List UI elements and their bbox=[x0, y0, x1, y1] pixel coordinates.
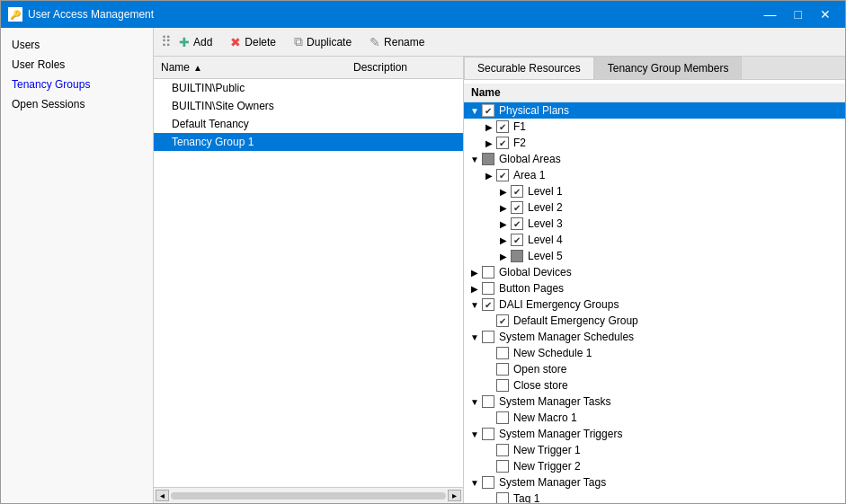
scroll-track[interactable] bbox=[171, 492, 446, 500]
checkbox-f2[interactable]: ✔ bbox=[496, 137, 509, 149]
checkbox-level-2[interactable]: ✔ bbox=[511, 201, 523, 214]
expander-system-manager-schedules[interactable]: ▼ bbox=[468, 330, 482, 344]
name-column-header[interactable]: Name ▲ bbox=[154, 59, 346, 75]
scroll-right-button[interactable]: ▸ bbox=[448, 490, 461, 501]
tree-item-system-manager-triggers[interactable]: ▼ System Manager Triggers bbox=[464, 426, 845, 442]
expander-level-5[interactable]: ▶ bbox=[496, 249, 511, 263]
checkbox-system-manager-tags[interactable] bbox=[482, 476, 494, 489]
checkbox-new-schedule-1[interactable] bbox=[496, 347, 509, 359]
right-panel: Securable Resources Tenancy Group Member… bbox=[464, 57, 845, 503]
delete-button[interactable]: ✖ Delete bbox=[227, 33, 280, 51]
expander-level-2[interactable]: ▶ bbox=[496, 200, 511, 215]
checkbox-level-3[interactable]: ✔ bbox=[511, 217, 523, 230]
expander-system-manager-tasks[interactable]: ▼ bbox=[468, 394, 482, 409]
list-item[interactable]: Default Tenancy bbox=[154, 115, 463, 133]
sort-arrow: ▲ bbox=[193, 63, 202, 73]
expander-system-manager-tags[interactable]: ▼ bbox=[468, 475, 482, 490]
tree-item-level-1[interactable]: ▶ ✔ Level 1 bbox=[464, 183, 845, 199]
tree-item-new-trigger-1[interactable]: New Trigger 1 bbox=[464, 442, 845, 458]
tree-item-level-2[interactable]: ▶ ✔ Level 2 bbox=[464, 199, 845, 216]
checkbox-new-trigger-2[interactable] bbox=[496, 460, 509, 473]
tree-item-global-areas[interactable]: ▼ Global Areas bbox=[464, 151, 845, 167]
tree-header: Name bbox=[464, 84, 845, 102]
expander-physical-plans[interactable]: ▼ bbox=[468, 103, 482, 118]
expander-level-4[interactable]: ▶ bbox=[496, 233, 511, 247]
checkbox-new-macro-1[interactable] bbox=[496, 411, 509, 424]
expander-empty bbox=[482, 491, 496, 503]
tree-item-global-devices[interactable]: ▶ Global Devices bbox=[464, 264, 845, 280]
checkbox-physical-plans[interactable]: ✔ bbox=[482, 104, 494, 117]
maximize-button[interactable]: □ bbox=[788, 6, 809, 22]
checkbox-level-1[interactable]: ✔ bbox=[511, 185, 523, 198]
content-area: ⠿ ✚ Add ✖ Delete ⧉ Duplicate ✎ Rename bbox=[154, 28, 845, 503]
tab-securable-resources[interactable]: Securable Resources bbox=[464, 57, 594, 79]
checkbox-new-trigger-1[interactable] bbox=[496, 444, 509, 456]
expander-empty bbox=[482, 362, 496, 376]
expander-global-areas[interactable]: ▼ bbox=[468, 152, 482, 166]
list-item[interactable]: BUILTIN\Public bbox=[154, 79, 463, 97]
sidebar-item-open-sessions[interactable]: Open Sessions bbox=[1, 94, 153, 114]
expander-f1[interactable]: ▶ bbox=[482, 119, 496, 134]
tree-item-new-trigger-2[interactable]: New Trigger 2 bbox=[464, 458, 845, 474]
expander-system-manager-triggers[interactable]: ▼ bbox=[468, 427, 482, 441]
checkbox-system-manager-triggers[interactable] bbox=[482, 428, 494, 440]
minimize-button[interactable]: — bbox=[757, 6, 784, 22]
add-button[interactable]: ✚ Add bbox=[175, 33, 216, 51]
expander-empty bbox=[482, 314, 496, 328]
tab-tenancy-group-members[interactable]: Tenancy Group Members bbox=[594, 57, 743, 79]
sidebar-item-users[interactable]: Users bbox=[1, 35, 153, 55]
expander-level-3[interactable]: ▶ bbox=[496, 217, 511, 231]
horizontal-scrollbar[interactable]: ◂ ▸ bbox=[154, 487, 463, 503]
tree-item-physical-plans[interactable]: ▼ ✔ Physical Plans bbox=[464, 102, 845, 119]
sidebar-item-user-roles[interactable]: User Roles bbox=[1, 55, 153, 75]
tree-item-area-1[interactable]: ▶ ✔ Area 1 bbox=[464, 167, 845, 183]
checkbox-close-store[interactable] bbox=[496, 379, 509, 392]
description-column-header[interactable]: Description bbox=[346, 59, 463, 75]
checkbox-default-emergency-group[interactable]: ✔ bbox=[496, 314, 509, 327]
expander-level-1[interactable]: ▶ bbox=[496, 184, 511, 199]
checkbox-global-areas[interactable] bbox=[482, 153, 494, 165]
tree-item-new-schedule-1[interactable]: New Schedule 1 bbox=[464, 345, 845, 361]
scroll-left-button[interactable]: ◂ bbox=[156, 490, 169, 501]
expander-global-devices[interactable]: ▶ bbox=[468, 265, 482, 279]
duplicate-button[interactable]: ⧉ Duplicate bbox=[290, 32, 355, 51]
tree-item-f2[interactable]: ▶ ✔ F2 bbox=[464, 135, 845, 151]
tree-item-system-manager-tasks[interactable]: ▼ System Manager Tasks bbox=[464, 393, 845, 410]
tree-item-default-emergency-group[interactable]: ✔ Default Emergency Group bbox=[464, 313, 845, 329]
expander-dali-emergency-groups[interactable]: ▼ bbox=[468, 297, 482, 312]
main-content: Users User Roles Tenancy Groups Open Ses… bbox=[1, 28, 845, 503]
tree-item-system-manager-schedules[interactable]: ▼ System Manager Schedules bbox=[464, 329, 845, 345]
tree-item-dali-emergency-groups[interactable]: ▼ ✔ DALI Emergency Groups bbox=[464, 296, 845, 313]
rename-button[interactable]: ✎ Rename bbox=[366, 33, 428, 51]
checkbox-level-4[interactable]: ✔ bbox=[511, 234, 523, 246]
checkbox-button-pages[interactable] bbox=[482, 282, 494, 295]
tree-item-level-3[interactable]: ▶ ✔ Level 3 bbox=[464, 216, 845, 232]
checkbox-dali-emergency-groups[interactable]: ✔ bbox=[482, 298, 494, 311]
sidebar-item-tenancy-groups[interactable]: Tenancy Groups bbox=[1, 75, 153, 94]
add-icon: ✚ bbox=[179, 35, 190, 49]
tree-item-f1[interactable]: ▶ ✔ F1 bbox=[464, 119, 845, 135]
checkbox-area-1[interactable]: ✔ bbox=[496, 169, 509, 181]
checkbox-system-manager-schedules[interactable] bbox=[482, 331, 494, 343]
list-item-selected[interactable]: Tenancy Group 1 bbox=[154, 133, 463, 151]
main-window: 🔑 User Access Management — □ ✕ Users Use… bbox=[0, 0, 846, 504]
checkbox-f1[interactable]: ✔ bbox=[496, 120, 509, 133]
tree-item-button-pages[interactable]: ▶ Button Pages bbox=[464, 280, 845, 296]
expander-area-1[interactable]: ▶ bbox=[482, 168, 496, 182]
checkbox-system-manager-tasks[interactable] bbox=[482, 395, 494, 408]
tree-item-level-5[interactable]: ▶ Level 5 bbox=[464, 248, 845, 264]
tree-item-new-macro-1[interactable]: New Macro 1 bbox=[464, 410, 845, 426]
tree-item-level-4[interactable]: ▶ ✔ Level 4 bbox=[464, 232, 845, 248]
checkbox-open-store[interactable] bbox=[496, 363, 509, 376]
expander-button-pages[interactable]: ▶ bbox=[468, 281, 482, 296]
checkbox-global-devices[interactable] bbox=[482, 266, 494, 279]
list-item[interactable]: BUILTIN\Site Owners bbox=[154, 97, 463, 115]
checkbox-tag-1[interactable] bbox=[496, 492, 509, 503]
tree-item-system-manager-tags[interactable]: ▼ System Manager Tags bbox=[464, 474, 845, 491]
tree-item-tag-1[interactable]: Tag 1 bbox=[464, 491, 845, 503]
tree-item-close-store[interactable]: Close store bbox=[464, 377, 845, 393]
tree-item-open-store[interactable]: Open store bbox=[464, 361, 845, 377]
checkbox-level-5[interactable] bbox=[511, 250, 523, 262]
expander-f2[interactable]: ▶ bbox=[482, 136, 496, 150]
close-button[interactable]: ✕ bbox=[813, 6, 838, 22]
